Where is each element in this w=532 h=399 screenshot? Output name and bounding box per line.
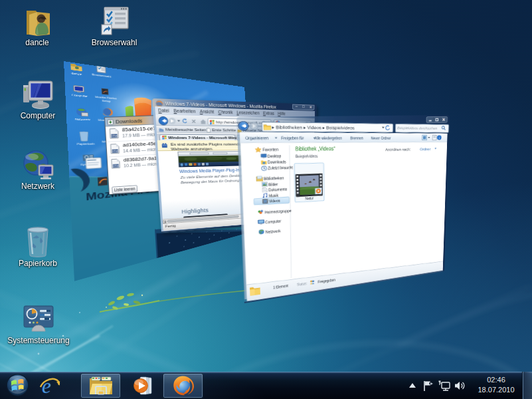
svg-text:Freigeben für: Freigeben für [281,136,304,141]
svg-text:setup: setup [113,164,120,168]
svg-text:Organisieren: Organisieren [245,135,268,140]
svg-text:Desktop: Desktop [268,153,282,158]
svg-text:Bibliothek „Videos“: Bibliothek „Videos“ [296,145,335,152]
svg-text:Beispielvideos: Beispielvideos [296,154,318,160]
svg-text:Zuletzt besucht: Zuletzt besucht [268,165,293,171]
svg-text:Downloads: Downloads [268,159,286,165]
svg-text:Bibliotheken: Bibliotheken [264,176,284,182]
svg-text:Natur: Natur [305,196,313,201]
svg-text:Anordnen nach:: Anordnen nach: [385,148,410,152]
svg-text:Dokumente: Dokumente [268,186,287,192]
svg-text:Papierkorb: Papierkorb [77,142,95,146]
svg-text:Videos: Videos [269,198,280,204]
svg-text:Netzwerk: Netzwerk [75,118,91,121]
svg-text:▸ Bibliotheken ▸ Videos ▸ Beis: ▸ Bibliotheken ▸ Videos ▸ Beispielvideos [272,124,354,130]
svg-text:setup: setup [111,134,118,138]
svg-text:Alle wiedergeben: Alle wiedergeben [314,136,342,141]
svg-text:Ordner: Ordner [420,147,430,151]
svg-text:Favoriten: Favoriten [262,147,278,152]
svg-text:Beispielvideos durchsuchen: Beispielvideos durchsuchen [397,126,437,130]
svg-text:setup: setup [112,150,119,153]
svg-text:Brennen: Brennen [350,136,363,140]
svg-text:Setup: Setup [102,99,110,102]
svg-text:Neuer Ordner: Neuer Ordner [371,136,391,140]
